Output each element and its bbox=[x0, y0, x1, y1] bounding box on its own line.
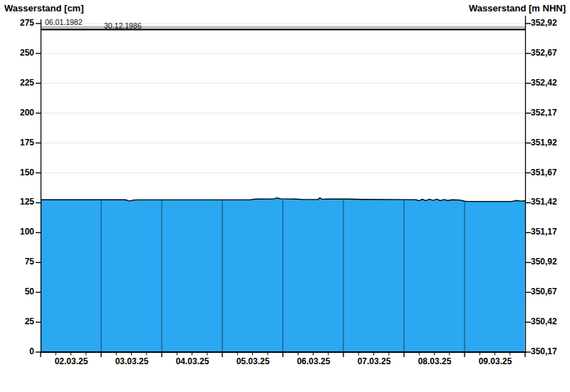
y-right-tick-label: 350,92 bbox=[531, 257, 557, 267]
x-axis-day-label: 05.03.25 bbox=[223, 357, 283, 366]
y-right-tick-label: 352,17 bbox=[531, 108, 557, 118]
y-left-tick-label: 100 bbox=[0, 227, 34, 237]
hhw-marker-date-label: 06.01.1982 bbox=[45, 18, 83, 26]
x-axis-day-label: 09.03.25 bbox=[465, 357, 525, 366]
y-left-tick-label: 25 bbox=[0, 317, 34, 326]
y-right-tick-label: 352,67 bbox=[531, 48, 557, 58]
y-left-tick-label: 50 bbox=[0, 287, 34, 296]
y-right-tick-label: 352,42 bbox=[531, 78, 557, 88]
y-right-tick-label: 352,92 bbox=[531, 19, 557, 28]
y-right-tick-label: 351,42 bbox=[531, 197, 557, 207]
y-left-tick-label: 250 bbox=[0, 48, 34, 58]
y-left-tick-label: 125 bbox=[0, 197, 34, 207]
x-axis-day-label: 07.03.25 bbox=[344, 357, 404, 366]
y-right-tick-label: 351,17 bbox=[531, 227, 557, 237]
y-right-tick-label: 350,67 bbox=[531, 287, 557, 296]
y-left-tick-label: 150 bbox=[0, 168, 34, 177]
y-left-tick-label: 275 bbox=[0, 19, 34, 28]
y-left-tick-label: 225 bbox=[0, 78, 34, 88]
x-axis-day-label: 03.03.25 bbox=[102, 357, 162, 366]
y-right-tick-label: 350,17 bbox=[531, 347, 557, 356]
x-axis-day-label: 06.03.25 bbox=[284, 357, 343, 366]
right-axis-title: Wasserstand [m NHN] bbox=[469, 3, 566, 14]
left-axis-title: Wasserstand [cm] bbox=[4, 3, 84, 14]
y-right-tick-label: 351,92 bbox=[531, 138, 557, 148]
x-axis-day-label: 02.03.25 bbox=[41, 357, 101, 366]
x-axis-day-label: 08.03.25 bbox=[405, 357, 465, 366]
chart-plot-area bbox=[0, 0, 570, 392]
x-axis-day-label: 04.03.25 bbox=[162, 357, 222, 366]
y-left-tick-label: 75 bbox=[0, 257, 34, 267]
water-level-chart: Wasserstand [cm] Wasserstand [m NHN] 035… bbox=[0, 0, 570, 392]
y-left-tick-label: 200 bbox=[0, 108, 34, 118]
y-left-tick-label: 175 bbox=[0, 138, 34, 148]
y-right-tick-label: 350,42 bbox=[531, 317, 557, 326]
hhw-marker-date-label: 30.12.1986 bbox=[104, 21, 142, 30]
y-right-tick-label: 351,67 bbox=[531, 168, 557, 177]
y-left-tick-label: 0 bbox=[0, 347, 34, 356]
